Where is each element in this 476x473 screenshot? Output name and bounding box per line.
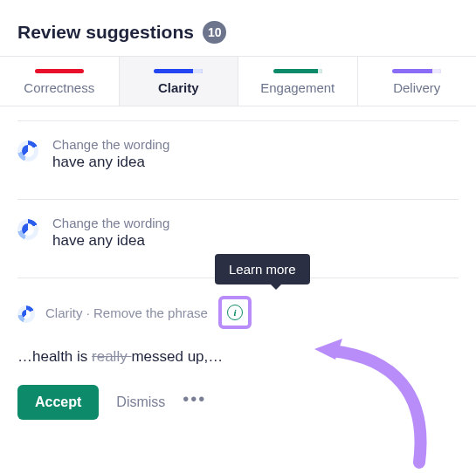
- suggestion-row[interactable]: Change the wording have any idea: [17, 121, 459, 185]
- suggestion-replacement: have any idea: [52, 232, 459, 250]
- suggestion-category: Change the wording: [52, 216, 459, 230]
- accept-button[interactable]: Accept: [17, 385, 99, 420]
- tab-correctness[interactable]: Correctness: [0, 57, 120, 106]
- tab-label: Clarity: [120, 80, 238, 95]
- expanded-meta: Clarity · Remove the phrase: [45, 305, 208, 320]
- tab-clarity[interactable]: Clarity: [120, 57, 239, 106]
- tab-delivery[interactable]: Delivery: [358, 57, 477, 106]
- clarity-swirl-icon: [17, 305, 35, 323]
- tab-engagement[interactable]: Engagement: [238, 57, 358, 106]
- preview-suffix: messed up,…: [131, 348, 223, 365]
- preview-struck: really: [92, 348, 131, 365]
- expanded-suggestion: Clarity · Remove the phrase i Learn more…: [17, 278, 459, 420]
- category-tabs: Correctness Clarity Engagement Delivery: [0, 56, 476, 106]
- tab-indicator: [154, 69, 203, 73]
- page-title: Review suggestions: [17, 22, 194, 43]
- suggestion-body: Change the wording have any idea: [52, 216, 459, 250]
- tab-label: Engagement: [238, 80, 357, 95]
- learn-more-tooltip: Learn more: [215, 254, 310, 284]
- tab-indicator: [35, 69, 84, 73]
- expanded-header: Clarity · Remove the phrase i Learn more: [17, 296, 459, 329]
- tab-label: Correctness: [0, 80, 119, 95]
- suggestion-count-badge: 10: [203, 21, 227, 44]
- expanded-rule: Remove the phrase: [93, 305, 208, 320]
- suggestion-body: Change the wording have any idea: [52, 137, 459, 171]
- suggestion-preview: …health is really messed up,…: [17, 348, 459, 366]
- meta-separator: ·: [83, 305, 94, 320]
- dismiss-button[interactable]: Dismiss: [116, 394, 165, 410]
- tab-label: Delivery: [358, 80, 477, 95]
- clarity-swirl-icon: [17, 141, 38, 161]
- header: Review suggestions 10: [0, 0, 476, 56]
- clarity-swirl-icon: [17, 219, 38, 240]
- suggestion-category: Change the wording: [52, 137, 459, 152]
- tab-indicator: [392, 69, 441, 73]
- suggestion-replacement: have any idea: [52, 154, 459, 171]
- expanded-category: Clarity: [45, 305, 83, 320]
- info-icon: i: [227, 305, 243, 320]
- tab-indicator: [273, 69, 322, 73]
- suggestion-list: Change the wording have any idea Change …: [0, 120, 476, 420]
- preview-prefix: …health is: [17, 348, 92, 365]
- more-options-button[interactable]: •••: [183, 399, 206, 406]
- suggestion-actions: Accept Dismiss •••: [17, 385, 459, 420]
- learn-more-button[interactable]: i: [218, 296, 252, 329]
